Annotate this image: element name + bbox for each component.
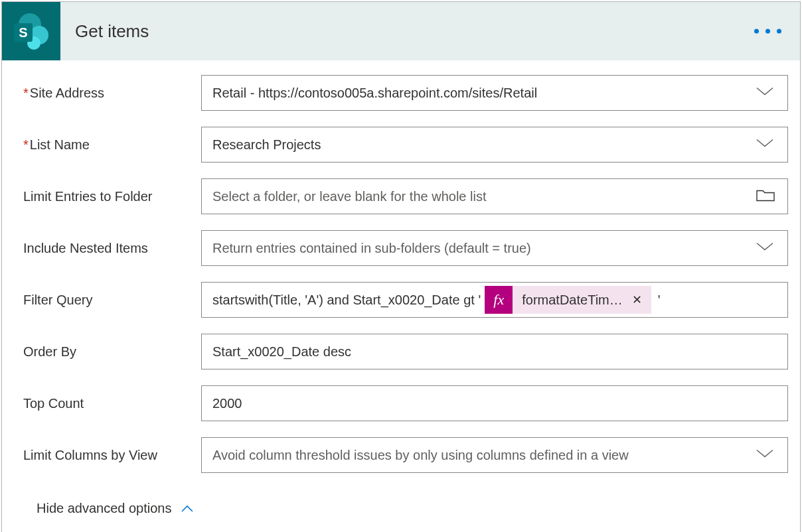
sharepoint-icon: S [2, 2, 60, 60]
chevron-down-icon [756, 241, 774, 256]
label-include-nested: Include Nested Items [14, 241, 201, 256]
row-include-nested: Include Nested Items Return entries cont… [14, 230, 788, 266]
filter-query-text: startswith(Title, 'A') and Start_x0020_D… [212, 293, 481, 308]
order-by-input[interactable]: Start_x0020_Date desc [201, 334, 788, 369]
limit-columns-dropdown[interactable]: Avoid column threshold issues by only us… [201, 437, 788, 473]
fx-icon: fx [485, 286, 513, 314]
card-title: Get items [75, 21, 149, 42]
row-order-by: Order By Start_x0020_Date desc [14, 334, 788, 369]
site-address-dropdown[interactable]: Retail - https://contoso005a.sharepoint.… [201, 75, 788, 111]
required-asterisk: * [23, 137, 29, 152]
card-header: S Get items [2, 2, 800, 60]
label-top-count: Top Count [14, 396, 201, 411]
label-list-name: *List Name [14, 137, 201, 153]
label-filter-query: Filter Query [14, 293, 201, 308]
remove-token-button[interactable]: ✕ [629, 293, 645, 307]
card-body: *Site Address Retail - https://contoso00… [2, 60, 800, 532]
dots-icon [765, 29, 770, 34]
expression-token[interactable]: fx formatDateTim… ✕ [485, 286, 651, 314]
dots-icon [754, 29, 759, 34]
filter-query-input[interactable]: startswith(Title, 'A') and Start_x0020_D… [201, 282, 788, 318]
required-asterisk: * [23, 86, 29, 100]
chevron-down-icon [756, 86, 774, 101]
label-limit-folder: Limit Entries to Folder [14, 189, 201, 204]
expression-token-label: formatDateTim… [522, 293, 623, 308]
folder-icon[interactable] [756, 188, 775, 206]
row-list-name: *List Name Research Projects [14, 127, 788, 163]
site-address-value: Retail - https://contoso005a.sharepoint.… [212, 86, 537, 101]
chevron-down-icon [756, 448, 774, 463]
get-items-card: S Get items *Site Address Retail - https… [1, 1, 801, 532]
include-nested-dropdown[interactable]: Return entries contained in sub-folders … [201, 230, 788, 266]
row-site-address: *Site Address Retail - https://contoso00… [14, 75, 788, 111]
filter-query-text-after: ' [658, 293, 661, 308]
order-by-value: Start_x0020_Date desc [212, 344, 351, 360]
top-count-value: 2000 [212, 396, 242, 411]
label-order-by: Order By [14, 344, 201, 360]
top-count-input[interactable]: 2000 [201, 385, 788, 421]
include-nested-placeholder: Return entries contained in sub-folders … [212, 241, 531, 256]
row-limit-folder: Limit Entries to Folder Select a folder,… [14, 178, 788, 214]
limit-folder-placeholder: Select a folder, or leave blank for the … [212, 189, 486, 204]
chevron-down-icon [756, 137, 774, 153]
list-name-value: Research Projects [212, 137, 321, 153]
label-limit-columns: Limit Columns by View [14, 448, 201, 463]
hide-advanced-options-toggle[interactable]: Hide advanced options [14, 489, 788, 532]
list-name-dropdown[interactable]: Research Projects [201, 127, 788, 163]
row-top-count: Top Count 2000 [14, 385, 788, 421]
svg-text:S: S [19, 25, 27, 40]
row-filter-query: Filter Query startswith(Title, 'A') and … [14, 282, 788, 318]
row-limit-columns: Limit Columns by View Avoid column thres… [14, 437, 788, 473]
dots-icon [777, 29, 781, 34]
chevron-up-icon [181, 504, 194, 513]
advanced-toggle-label: Hide advanced options [37, 501, 171, 516]
label-site-address: *Site Address [14, 86, 201, 101]
limit-columns-placeholder: Avoid column threshold issues by only us… [212, 448, 629, 463]
more-menu-button[interactable] [754, 29, 781, 34]
limit-folder-input[interactable]: Select a folder, or leave blank for the … [201, 178, 788, 214]
